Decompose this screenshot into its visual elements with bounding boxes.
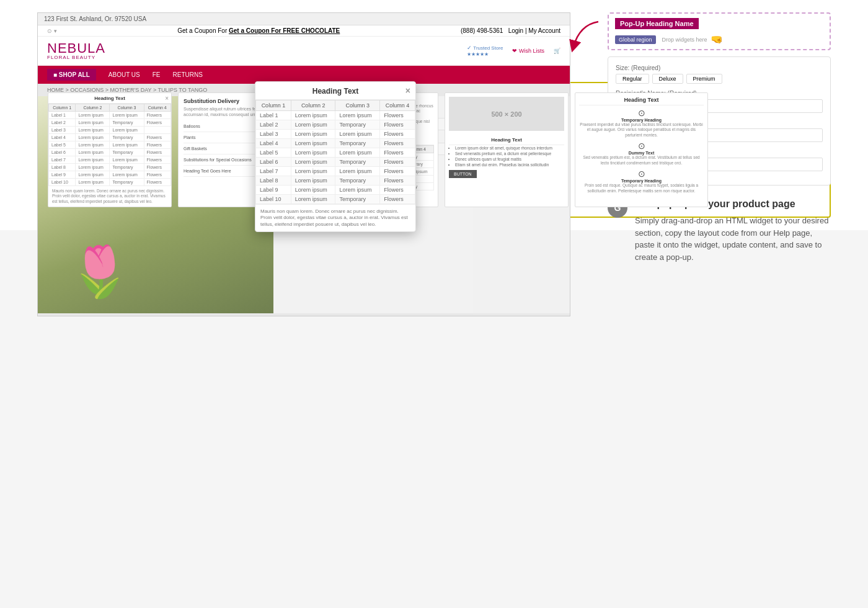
popup-editor-frame: Pop-Up Heading Name Global region Drop w…: [608, 12, 831, 50]
template-1-table: Column 1Column 2Column 3Column 4Label 1L…: [48, 104, 171, 186]
store-top-bar: 123 First St. Ashland, Or. 97520 USA: [38, 13, 570, 25]
size-premium-button[interactable]: Premium: [686, 74, 722, 84]
shop-all-button[interactable]: ■ SHOP ALL: [47, 69, 96, 81]
modal-footer: Mauris non quam lorem. Donec ornare ac p…: [255, 204, 415, 231]
store-address: 123 First St. Ashland, Or. 97520 USA: [44, 16, 146, 22]
template-4-title: Heading Text: [449, 135, 564, 145]
nav-fe: FE: [153, 71, 161, 78]
template-5: Heading Text ⊙ Temporary Heading Praesen…: [575, 92, 708, 207]
nav-about-us[interactable]: ABOUT US: [108, 71, 140, 78]
size-buttons: Regular Deluxe Premium: [616, 74, 823, 84]
template-4-inner: 500 × 200 Heading Text Lorem ipsum dolor…: [445, 93, 568, 182]
modal-title: Heading Text: [312, 87, 358, 96]
wish-lists: ❤ Wish Lists: [512, 48, 544, 54]
size-group: Size: (Required) Regular Deluxe Premium: [616, 65, 823, 84]
global-region-badge: Global region: [615, 35, 656, 44]
trusted-store-badge: ✓ Trusted Store★★★★★: [467, 45, 503, 57]
template-1-footer: Mauris non quam lorem. Donec ornare ac p…: [48, 186, 171, 207]
template-4: 500 × 200 Heading Text Lorem ipsum dolor…: [445, 92, 569, 207]
modal-header: Heading Text ×: [255, 82, 415, 100]
drop-widgets-text: Drop widgets here: [662, 37, 707, 43]
promo-text: Get a Coupon For Get a Coupon For FREE C…: [177, 27, 340, 34]
template-4-content: Heading Text Lorem ipsum dolor sit amet,…: [449, 135, 564, 178]
modal-close-icon[interactable]: ×: [405, 86, 410, 96]
nav-returns: RETURNS: [173, 71, 203, 78]
modal-table: Column 1Column 2Column 3Column 4 Label 1…: [255, 100, 415, 204]
store-promo-bar: ⊙ ▾ Get a Coupon For Get a Coupon For FR…: [38, 25, 570, 37]
size-regular-button[interactable]: Regular: [616, 74, 649, 84]
cart-icon: 🛒: [554, 48, 560, 54]
template-5-inner: Heading Text ⊙ Temporary Heading Praesen…: [575, 93, 707, 200]
template-5-sections: ⊙ Temporary Heading Praesent imperdiet d…: [579, 108, 704, 194]
size-deluxe-button[interactable]: Deluxe: [652, 74, 683, 84]
template-4-button[interactable]: BUTTON: [449, 170, 477, 178]
store-phone: (888) 498-5361 Login | My Account: [461, 27, 560, 34]
template-5-title: Heading Text: [579, 97, 704, 105]
template-4-image: 500 × 200: [449, 97, 564, 131]
template-1: × Heading Text Column 1Column 2Column 3C…: [48, 92, 172, 207]
popup-heading-name: Pop-Up Heading Name: [615, 18, 699, 29]
store-header: NEBULA FLORAL BEAUTY ✓ Trusted Store★★★★…: [38, 37, 570, 66]
template-4-bullets: Lorem ipsum dolor sit amet, quisque rhon…: [449, 145, 564, 168]
add-popup-desc: Simply drag-and-drop an HTML widget to y…: [635, 215, 831, 263]
template-1-title: Heading Text: [48, 93, 171, 104]
add-popup-section: G Add pop-up on your product page Simply…: [608, 198, 831, 263]
arrow-annotation: [561, 16, 611, 68]
modal-popup: Heading Text × Column 1Column 2Column 3C…: [255, 81, 416, 232]
cursor-icon: 🤜: [711, 34, 723, 45]
template-1-close[interactable]: ×: [165, 95, 169, 102]
store-logo: NEBULA FLORAL BEAUTY: [47, 42, 105, 60]
size-label: Size: (Required): [616, 65, 823, 71]
